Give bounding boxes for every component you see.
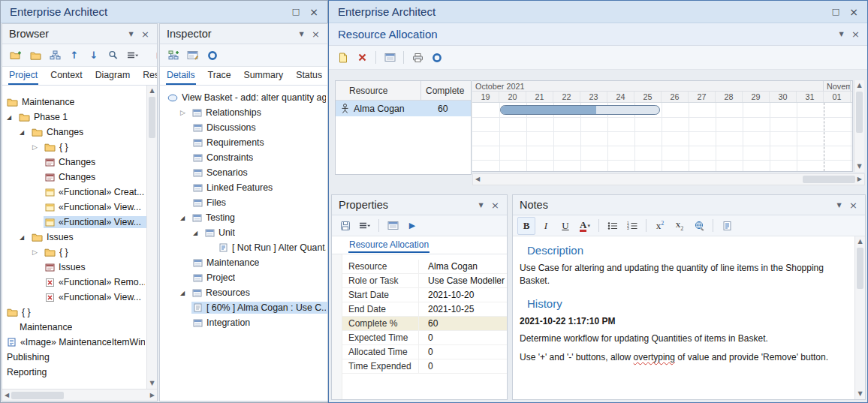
panel-menu-icon[interactable]: ▼ <box>294 28 309 41</box>
expand-arrow-icon[interactable]: ▷ <box>31 143 43 151</box>
superscript-icon[interactable]: x2 <box>651 217 669 235</box>
tree-item[interactable]: Project <box>160 270 327 285</box>
scroll-thumb[interactable] <box>11 392 64 399</box>
expand-arrow-icon[interactable]: ▷ <box>31 248 43 256</box>
tree-item[interactable]: Reporting <box>2 365 146 380</box>
panel-menu-icon[interactable]: ▼ <box>474 199 488 212</box>
move-down-icon[interactable]: ↓ <box>85 47 103 65</box>
property-row[interactable]: End Date2021-10-25 <box>342 302 507 317</box>
properties-window-icon[interactable] <box>384 217 402 235</box>
gantt-day-label[interactable]: 01 <box>824 92 851 102</box>
gantt-day-label[interactable]: 20 <box>499 92 526 102</box>
gantt-day-label[interactable]: 23 <box>580 92 607 102</box>
panel-close-icon[interactable]: × <box>488 199 502 212</box>
gantt-day-label[interactable]: 22 <box>553 92 580 102</box>
close-icon[interactable]: × <box>305 5 323 20</box>
property-row[interactable]: Time Expended0 <box>342 359 507 374</box>
delete-icon[interactable] <box>353 49 371 67</box>
gantt-day-label[interactable]: 31 <box>797 92 824 102</box>
panel-menu-icon[interactable]: ▼ <box>832 199 846 212</box>
open-folder-icon[interactable] <box>26 47 44 65</box>
forward-icon[interactable]: ▶ <box>151 47 158 65</box>
element-browser-icon[interactable] <box>184 47 202 65</box>
column-header-resource[interactable]: Resource <box>336 81 421 100</box>
browser-vscrollbar[interactable]: ▲ ▼ <box>146 86 157 389</box>
scroll-down-icon[interactable]: ▼ <box>149 380 154 387</box>
gantt-day-label[interactable]: 21 <box>526 92 553 102</box>
move-up-icon[interactable]: ↑ <box>65 47 83 65</box>
print-icon[interactable] <box>408 49 426 67</box>
new-package-icon[interactable] <box>7 47 25 65</box>
scroll-thumb[interactable] <box>149 97 155 138</box>
tree-item[interactable]: «Functional» Creat... <box>2 185 146 200</box>
tree-item[interactable]: Files <box>160 195 327 210</box>
number-list-icon[interactable]: 123 <box>623 217 641 235</box>
tree-item[interactable]: ▷{ } <box>2 245 146 260</box>
underline-icon[interactable]: U <box>556 217 574 235</box>
scroll-right-icon[interactable]: ▶ <box>857 176 862 183</box>
property-row[interactable]: Role or TaskUse Case Modeller <box>342 274 507 288</box>
tree-item[interactable]: View Basket - add: alter quantity aga... <box>160 90 327 105</box>
tree-item[interactable]: ▷{ } <box>2 140 146 155</box>
browser-hscrollbar[interactable]: ◀ ▶ <box>2 389 157 401</box>
tree-item[interactable]: [ 60% ] Alma Cogan : Use C... <box>160 300 327 315</box>
tab-details[interactable]: Details <box>166 67 196 85</box>
gantt-day-label[interactable]: 27 <box>689 92 716 102</box>
resource-row[interactable]: Alma Cogan60 <box>336 101 471 116</box>
tree-item[interactable]: ▷Relationships <box>160 105 327 120</box>
property-row[interactable]: Complete %60 <box>342 317 507 331</box>
scroll-up-icon[interactable]: ▲ <box>149 87 154 95</box>
tab-resource-allocation[interactable]: Resource Allocation <box>348 238 429 253</box>
scroll-up-icon[interactable]: ▲ <box>857 82 861 89</box>
panel-menu-icon[interactable]: ▼ <box>834 28 848 41</box>
tree-item[interactable]: { } <box>2 305 146 320</box>
tree-item[interactable]: «Functional» View... <box>2 290 146 305</box>
expand-arrow-icon[interactable]: ◢ <box>18 129 30 136</box>
forward-icon[interactable]: ▶ <box>403 217 421 235</box>
add-element-icon[interactable] <box>164 47 182 65</box>
hamburger-menu-icon[interactable] <box>356 217 374 235</box>
tree-item[interactable]: Maintenance <box>2 95 146 110</box>
tree-item[interactable]: Requirements <box>160 135 327 150</box>
progress-bar[interactable] <box>500 105 660 115</box>
expand-arrow-icon[interactable]: ▷ <box>179 109 191 116</box>
expand-arrow-icon[interactable]: ◢ <box>179 215 191 221</box>
tree-item[interactable]: Changes <box>2 170 146 185</box>
gantt-day-label[interactable]: 30 <box>770 92 797 102</box>
panel-close-icon[interactable]: × <box>846 199 860 212</box>
tree-item[interactable]: «Image» MaintenanceItemWinc... <box>2 335 146 350</box>
maximize-icon[interactable]: □ <box>827 5 845 20</box>
gantt-vscrollbar[interactable]: ▲ ▼ <box>854 80 864 172</box>
property-row[interactable]: Start Date2021-10-20 <box>342 288 507 302</box>
notes-vscrollbar[interactable]: ▲ ▼ <box>854 236 865 399</box>
tree-item[interactable]: «Functional» Remo... <box>2 275 146 290</box>
gantt-hscrollbar[interactable]: ◀ ▶ <box>472 173 865 185</box>
expand-arrow-icon[interactable]: ◢ <box>191 230 203 236</box>
hyperlink-icon[interactable] <box>690 217 708 235</box>
tree-item[interactable]: ◢Resources <box>160 285 327 300</box>
panel-menu-icon[interactable]: ▼ <box>124 28 138 41</box>
properties-window-icon[interactable] <box>381 49 399 67</box>
property-row[interactable]: Expected Time0 <box>342 331 507 345</box>
tab-resour[interactable]: Resour... <box>142 67 158 85</box>
gantt-day-label[interactable]: 19 <box>472 92 499 102</box>
new-item-icon[interactable] <box>333 49 351 67</box>
search-icon[interactable] <box>104 47 122 65</box>
tree-item[interactable]: Constraints <box>160 150 327 165</box>
tree-item[interactable]: «Functional» View... <box>2 200 146 215</box>
close-icon[interactable]: × <box>845 5 863 20</box>
italic-icon[interactable]: I <box>537 217 555 235</box>
column-header-complete[interactable]: Complete <box>421 81 471 100</box>
tree-item[interactable]: «Functional» View... <box>2 215 146 230</box>
gantt-day-label[interactable]: 24 <box>607 92 634 102</box>
panel-close-icon[interactable]: × <box>848 28 863 41</box>
tab-context[interactable]: Context <box>50 67 83 85</box>
property-row[interactable]: Allocated Time0 <box>342 345 507 359</box>
tree-item[interactable]: Maintenance <box>160 255 327 270</box>
tree-item[interactable]: Linked Features <box>160 180 327 195</box>
gantt-day-label[interactable]: 26 <box>662 92 689 102</box>
expand-arrow-icon[interactable]: ◢ <box>18 234 30 241</box>
scroll-thumb[interactable] <box>803 176 855 183</box>
panel-close-icon[interactable]: × <box>138 28 152 41</box>
tab-status[interactable]: Status <box>295 67 323 85</box>
